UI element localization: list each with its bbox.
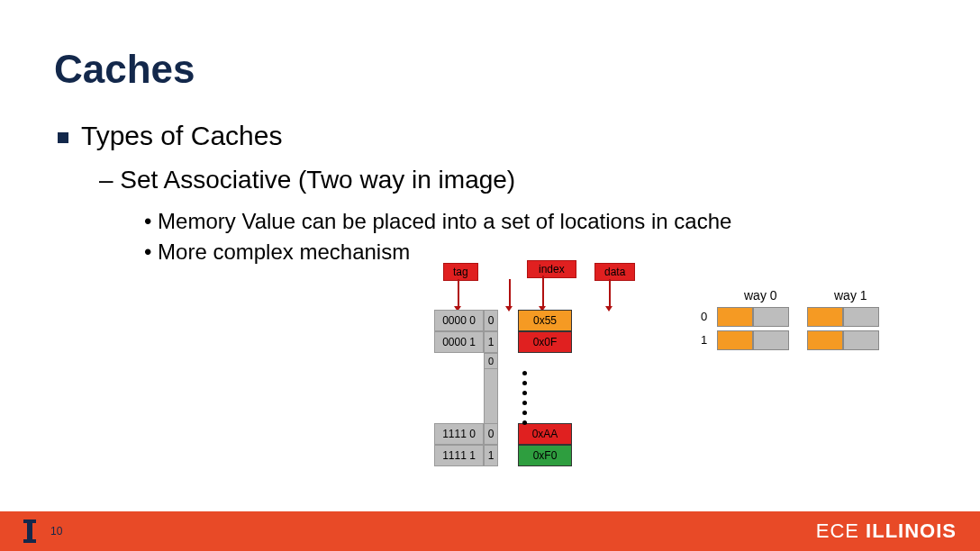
label-tag: tag bbox=[443, 263, 478, 281]
memory-table: 0000 0 0 0x55 0000 1 1 0x0F 0 1111 0 0 0… bbox=[434, 310, 572, 466]
brand-bold: ILLINOIS bbox=[866, 519, 957, 542]
way-row-index: 1 bbox=[701, 333, 707, 347]
index-cell: 0 bbox=[484, 353, 498, 369]
way0-label: way 0 bbox=[744, 288, 777, 303]
footer-brand: ECE ILLINOIS bbox=[816, 519, 957, 543]
label-data: data bbox=[594, 263, 635, 281]
index-cell: 0 bbox=[484, 310, 498, 331]
memory-row: 0000 0 0 0x55 bbox=[434, 310, 572, 331]
slide-title: Caches bbox=[54, 47, 195, 92]
tag-cell: 0000 1 bbox=[434, 331, 484, 353]
cache-block bbox=[807, 307, 843, 327]
index-cell: 0 bbox=[484, 423, 498, 445]
cache-block bbox=[717, 330, 753, 350]
cache-block bbox=[753, 330, 789, 350]
memory-row-idx-only: 0 bbox=[434, 353, 572, 369]
bullet1-text: Types of Caches bbox=[81, 121, 282, 150]
memory-row: 1111 1 1 0xF0 bbox=[434, 445, 572, 466]
cache-block bbox=[753, 307, 789, 327]
label-index: index bbox=[527, 260, 576, 278]
index-column-continuation bbox=[484, 369, 498, 423]
pointer-line bbox=[458, 279, 459, 308]
pointer-line bbox=[542, 276, 544, 308]
bullet-level1: Types of Caches bbox=[58, 121, 282, 151]
index-cell: 1 bbox=[484, 445, 498, 466]
memory-gap bbox=[434, 369, 552, 423]
cache-block bbox=[717, 307, 753, 327]
bullet-level3a: • Memory Value can be placed into a set … bbox=[144, 209, 731, 234]
index-cell: 1 bbox=[484, 331, 498, 353]
cache-block bbox=[843, 307, 879, 327]
pointer-arrow-icon bbox=[605, 306, 612, 312]
pointer-line bbox=[609, 279, 611, 308]
data-cell: 0x0F bbox=[518, 331, 572, 353]
data-cell: 0x55 bbox=[518, 310, 572, 331]
footer-left: 10 bbox=[23, 519, 62, 543]
illinois-i-logo-icon bbox=[23, 519, 36, 543]
way-row-index: 0 bbox=[701, 310, 707, 323]
way1-label: way 1 bbox=[834, 288, 867, 303]
bullet-level3b: • More complex mechanism bbox=[144, 239, 410, 265]
tag-cell: 1111 0 bbox=[434, 423, 484, 445]
memory-row: 0000 1 1 0x0F bbox=[434, 331, 572, 353]
square-bullet-icon bbox=[58, 132, 68, 143]
cache-block bbox=[807, 330, 843, 350]
bullet-level2: – Set Associative (Two way in image) bbox=[99, 166, 515, 194]
memory-row: 1111 0 0 0xAA bbox=[434, 423, 572, 445]
cache-block bbox=[843, 330, 879, 350]
page-number: 10 bbox=[50, 525, 62, 537]
data-cell: 0xF0 bbox=[518, 445, 572, 466]
footer-bar: 10 ECE ILLINOIS bbox=[0, 511, 980, 551]
pointer-line bbox=[509, 279, 511, 308]
tag-cell: 0000 0 bbox=[434, 310, 484, 331]
tag-cell: 1111 1 bbox=[434, 445, 484, 466]
brand-light: ECE bbox=[816, 519, 866, 542]
ellipsis-dots-icon bbox=[522, 371, 527, 425]
data-cell: 0xAA bbox=[518, 423, 572, 445]
